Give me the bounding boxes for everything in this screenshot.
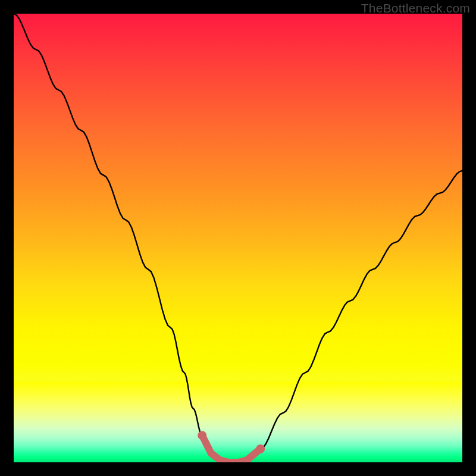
optimal-band-overlay [14,381,462,462]
chart-frame: TheBottleneck.com [0,0,476,476]
plot-area [14,14,462,462]
attribution-watermark: TheBottleneck.com [361,1,470,15]
